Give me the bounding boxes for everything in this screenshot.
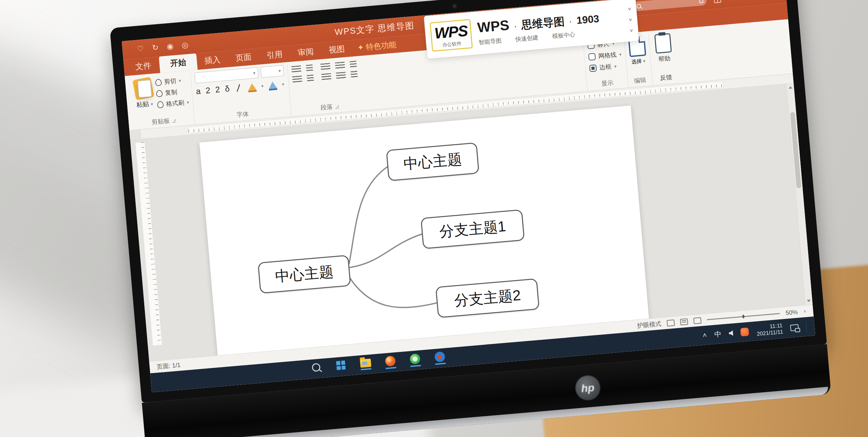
tab-selector[interactable] [129, 130, 141, 140]
wps-tray-icon[interactable] [740, 328, 749, 336]
zoom-percent[interactable]: 50% [785, 308, 798, 316]
tray-divider [806, 321, 807, 332]
target-icon[interactable]: ◎ [181, 40, 189, 50]
paste-button[interactable]: 粘贴 ▾ [133, 76, 154, 109]
outline-view-icon[interactable] [680, 318, 688, 325]
checkbox-checked-icon [589, 65, 597, 72]
numbered-list-button[interactable] [306, 64, 316, 72]
titlebar-search-input[interactable] [633, 0, 707, 11]
justify-button[interactable] [336, 72, 346, 79]
apps-grid-icon[interactable] [714, 0, 721, 3]
taskbar-firefox[interactable] [384, 356, 396, 369]
document-page[interactable]: 中心主题 中心主题 分支主题1 分支主题2 [199, 106, 651, 361]
gridlines-checkbox[interactable]: 网格线 ▾ [588, 50, 622, 61]
font-size-combobox[interactable]: ▾ [260, 65, 284, 78]
format-painter-icon [157, 101, 164, 108]
highlight-color-button[interactable] [268, 81, 277, 89]
zoom-slider-thumb[interactable] [742, 314, 745, 319]
menu-page[interactable]: 页面 [227, 48, 260, 67]
location-pin-icon[interactable]: ◉ [166, 42, 174, 51]
folder-icon [360, 359, 371, 368]
read-view-icon[interactable] [693, 317, 702, 324]
bold-button[interactable]: a [195, 86, 201, 96]
paragraph-group-expand-icon[interactable]: ◿ [335, 104, 339, 109]
copy-button[interactable]: 复制 [156, 87, 188, 98]
taskbar-search[interactable] [310, 363, 322, 375]
ime-indicator[interactable]: 中 [714, 329, 721, 339]
promo-sub-3: 模板中心 [552, 31, 576, 40]
taskbar-browser[interactable] [434, 351, 445, 365]
italic-button[interactable]: 2 [205, 85, 211, 95]
distribute-button[interactable] [350, 71, 361, 78]
page-view-icon[interactable] [667, 319, 675, 326]
highlight-pen-icon[interactable]: 〳 [234, 83, 244, 93]
paragraph-group: 段落 ◿ [287, 58, 369, 116]
align-center-button[interactable] [307, 74, 317, 82]
font-group-label: 字体 [236, 110, 249, 119]
format-painter-button[interactable]: 格式刷 ▾ [157, 98, 189, 109]
search-icon [636, 4, 641, 9]
align-right-button[interactable] [321, 73, 331, 81]
scroll-down-icon[interactable] [807, 300, 811, 302]
taskbar-file-explorer[interactable] [360, 359, 372, 370]
checkbox-icon [588, 53, 596, 61]
align-left-button[interactable] [292, 76, 302, 83]
screen: ♡ ↻ ◉ ◎ WPS文字 思维导图 ⌑³ [122, 0, 815, 393]
share-badge-icon[interactable]: ⌑³ [743, 0, 749, 1]
laptop: ♡ ↻ ◉ ◎ WPS文字 思维导图 ⌑³ [110, 0, 831, 437]
hp-logo: hp [574, 374, 601, 401]
cut-button[interactable]: 剪切 ▾ [155, 76, 187, 87]
paste-clipboard-icon [133, 78, 153, 100]
taskbar-clock[interactable]: 11:11 2021/11/11 [756, 322, 783, 337]
strikethrough-button[interactable]: δ [224, 83, 230, 94]
wps-logo-caption: 办公软件 [442, 41, 462, 48]
laptop-bezel: ♡ ↻ ◉ ◎ WPS文字 思维导图 ⌑³ [110, 0, 827, 403]
promo-chevron-icon[interactable]: ˅ [629, 17, 632, 23]
paste-label: 粘贴 [136, 100, 149, 108]
menu-file[interactable]: 文件 [126, 56, 160, 76]
feedback-label[interactable]: 反馈 [659, 73, 672, 82]
line-spacing-button[interactable] [349, 60, 360, 68]
search-icon [312, 363, 320, 372]
wps-logo: WPS 办公软件 [430, 19, 473, 52]
menu-review[interactable]: 审阅 [289, 42, 322, 62]
webcam [453, 4, 457, 8]
volume-icon[interactable] [728, 330, 733, 336]
help-label[interactable]: 帮助 [658, 55, 671, 64]
help-panel: 帮助 反馈 [648, 32, 680, 86]
taskbar-start[interactable] [335, 360, 347, 373]
font-color-button[interactable] [248, 83, 256, 91]
browser-icon [434, 351, 445, 363]
clipboard-group: 粘贴 ▾ 剪切 ▾ [129, 73, 194, 130]
show-desktop-icon[interactable] [790, 324, 799, 331]
promo-chevron-icon[interactable]: ˅ [628, 6, 631, 12]
display-group-label: 显示 [601, 78, 614, 88]
promo-chevron-icon[interactable]: ˅ [629, 28, 633, 34]
undo-refresh-icon[interactable]: ↻ [152, 43, 159, 53]
menu-reference[interactable]: 引用 [258, 45, 291, 65]
help-clipboard-icon[interactable] [654, 33, 672, 54]
indent-increase-button[interactable] [335, 62, 345, 69]
borders-checkbox[interactable]: 边框 ▾ [589, 62, 623, 73]
favorite-heart-icon[interactable]: ♡ [136, 44, 144, 54]
page-indicator: 页面: 1/1 [156, 361, 181, 371]
font-name-combobox[interactable]: ▾ [194, 67, 259, 83]
collapse-caret-icon[interactable]: ˄ [803, 308, 806, 314]
zoom-slider[interactable] [707, 313, 780, 320]
scroll-up-icon[interactable] [788, 86, 793, 89]
taskbar-wechat[interactable] [409, 354, 421, 367]
underline-button[interactable]: 2 [215, 85, 220, 95]
eye-protect-label[interactable]: 护眼模式 [637, 320, 662, 330]
edit-group-label: 编辑 [634, 76, 647, 85]
paragraph-group-label: 段落 [320, 103, 333, 112]
cut-icon [155, 78, 162, 86]
menu-view[interactable]: 视图 [320, 40, 353, 59]
tray-expand-icon[interactable]: ˄ [703, 331, 707, 340]
wechat-icon [410, 354, 421, 365]
indent-decrease-button[interactable] [320, 63, 331, 71]
bullet-list-button[interactable] [291, 66, 302, 73]
promo-title-year: 1903 [576, 13, 600, 26]
menu-insert[interactable]: 插入 [196, 50, 228, 70]
clipboard-group-expand-icon[interactable]: ◿ [172, 118, 176, 123]
command-icon [699, 0, 704, 3]
